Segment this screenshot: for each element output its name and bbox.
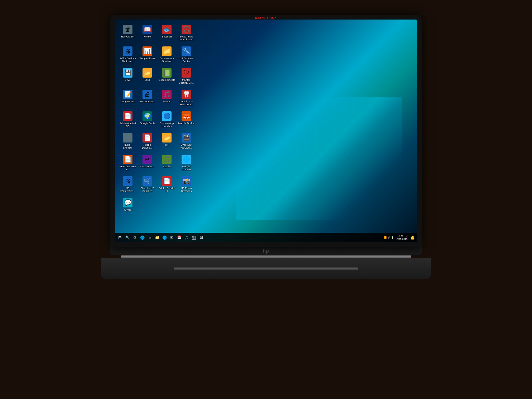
- desktop-icon-add-device[interactable]: 🖨 Add a Device - Photosm...: [119, 45, 137, 66]
- desktop-icon-hp-connect[interactable]: 🖨 HP Connect...: [138, 89, 156, 110]
- taskbar-notification[interactable]: 🔔: [409, 234, 416, 241]
- desktop-icon-hp-solution-center[interactable]: 🔧 HP Solution Center: [177, 45, 195, 66]
- icon-label-itunes: iTunes: [163, 100, 170, 103]
- taskbar-task-view[interactable]: ⧉: [131, 234, 138, 241]
- taskbar-edge[interactable]: 🌐: [139, 234, 146, 241]
- desktop-icon-pdfmate[interactable]: 📄 PDFMate Free P...: [119, 154, 137, 175]
- icon-label-snapfish: Snapfish: [162, 35, 172, 38]
- icon-label-add-device: Add a Device - Photosm...: [119, 57, 136, 63]
- icon-label-skype: Skype: [124, 208, 131, 211]
- desktop-icon-hp-eprinter[interactable]: 🖨 HP ePrinterCen...: [119, 175, 137, 196]
- icon-image-recycle-bin: 🗑: [123, 25, 132, 34]
- icon-label-recycle-bin: Recycle Bin: [121, 35, 134, 38]
- start-button[interactable]: ⊞: [116, 234, 124, 241]
- taskbar-media[interactable]: 🎵: [183, 234, 190, 241]
- desktop-icon-spotify[interactable]: 🎵 Spotify: [158, 154, 176, 175]
- icon-label-hp-photo-creations: HP Photo Creations: [178, 187, 195, 193]
- icon-image-hp-solution-center: 🔧: [182, 46, 191, 56]
- icon-label-google-chrome: Google Chrome: [178, 165, 195, 171]
- desktop-icon-beats-audio[interactable]: 🎧 Beats Audio Control Pan...: [177, 24, 195, 45]
- desktop-wallpaper-glow: [236, 97, 402, 220]
- icon-label-documents-shortcut: Documents - Shortcut: [158, 57, 175, 63]
- desktop-icon-adobe-downlo[interactable]: 📄 Adobe Downlo...: [138, 132, 156, 153]
- desktop-icon-adobe-reader[interactable]: 📄 Adobe Reader XI: [158, 175, 176, 196]
- taskbar-search[interactable]: 🔍: [124, 234, 131, 241]
- icon-image-cyberlink: 🎬: [182, 133, 191, 142]
- desktop-icon-shop-hp[interactable]: 🛒 Shop for HP Supplies: [138, 175, 156, 196]
- icon-image-adobe-downlo: 📄: [142, 133, 152, 142]
- desktop-icon-dental[interactable]: 🦷 Dental - Get Your Dent...: [177, 89, 195, 110]
- icon-label-adobe-acrobat-dc: Adobe Acrobat DC: [119, 122, 136, 128]
- taskbar-calendar[interactable]: 📅: [176, 234, 183, 241]
- sys-network[interactable]: 📶: [384, 236, 387, 239]
- icon-label-adobe-downlo: Adobe Downlo...: [139, 143, 156, 149]
- icon-image-google-docs: 📝: [123, 90, 132, 99]
- desktop-icon-mozilla-firefox[interactable]: 🦊 Mozilla Firefox: [177, 110, 195, 131]
- icon-image-chrome-app-launcher: 🔵: [162, 111, 172, 121]
- icon-label-hp-eprinter: HP ePrinterCen...: [119, 187, 136, 193]
- icon-image-misc: 📂: [142, 68, 152, 78]
- icon-image-dental: 🦷: [182, 90, 191, 99]
- icon-image-pdfmate: 📄: [123, 155, 132, 164]
- taskbar-chrome[interactable]: 🌐: [161, 234, 168, 241]
- desktop-icon-adobe-acrobat-dc[interactable]: 📄 Adobe Acrobat DC: [119, 110, 137, 131]
- sys-battery[interactable]: 🔋: [391, 236, 394, 239]
- desktop-icons-area: 🗑 Recycle Bin 📖 Kindle 🐟 Snapfish 🎧 Beat…: [118, 23, 207, 232]
- icon-label-google-slides: Google Slides: [139, 57, 155, 60]
- desktop-icon-google-slides[interactable]: 📊 Google Slides: [138, 45, 156, 66]
- icon-image-hp-eprinter: 🖨: [123, 176, 132, 186]
- desktop-icon-photosciss[interactable]: ✂ PhotoSciss...: [138, 154, 156, 175]
- icon-image-add-device: 🖨: [123, 46, 132, 56]
- desktop-icon-itunes[interactable]: 🎵 iTunes: [158, 89, 176, 110]
- desktop-icon-skype[interactable]: 💬 Skype: [119, 197, 137, 218]
- desktop-icon-hp-photo-creations[interactable]: 📸 HP Photo Creations: [177, 175, 195, 196]
- desktop-icon-google-chrome[interactable]: 🌐 Google Chrome: [177, 154, 195, 175]
- icon-label-google-earth: Google Earth: [140, 122, 155, 125]
- desktop-icon-misc[interactable]: 📂 Misc: [138, 67, 156, 88]
- icon-image-music-shortcut: 🎵: [123, 133, 132, 142]
- icon-grid: 🗑 Recycle Bin 📖 Kindle 🐟 Snapfish 🎧 Beat…: [118, 23, 207, 219]
- taskbar-mail[interactable]: ✉: [168, 234, 175, 241]
- desktop-icon-documents-shortcut[interactable]: 📁 Documents - Shortcut: [158, 45, 176, 66]
- icon-image-drive: 💾: [123, 68, 132, 78]
- taskbar-photos[interactable]: 🖼: [198, 234, 205, 241]
- icon-image-snapfish: 🐟: [162, 25, 172, 34]
- speaker-bar: [174, 267, 358, 270]
- icon-label-mozilla-firefox: Mozilla Firefox: [178, 122, 194, 125]
- hp-logo: hp: [263, 248, 269, 254]
- icon-label-music-shortcut: Music - Shortcut: [119, 143, 136, 149]
- taskbar-clock[interactable]: 12:45 PM 10/15/2015: [396, 234, 408, 241]
- bottom-bezel: hp: [110, 247, 422, 255]
- icon-label-photosciss: PhotoSciss...: [140, 165, 154, 168]
- icon-image-google-slides: 📊: [142, 46, 152, 56]
- desktop-icon-mcafee[interactable]: 🛡 McAfee Security Sc...: [177, 67, 195, 88]
- desktop-icon-google-earth[interactable]: 🌍 Google Earth: [138, 110, 156, 131]
- taskbar-sys-icons: ⌃ 📶 🔊 🔋: [381, 236, 395, 239]
- taskbar-camera[interactable]: 📷: [191, 234, 197, 241]
- icon-image-spotify: 🎵: [162, 155, 172, 164]
- desktop-icon-google-sheets[interactable]: 📗 Google Sheets: [158, 67, 176, 88]
- icon-image-hp-connect: 🖨: [142, 90, 152, 99]
- taskbar-explorer[interactable]: 📁: [154, 234, 160, 241]
- icon-label-misc: Misc: [145, 78, 150, 81]
- icon-image-shop-hp: 🛒: [142, 176, 152, 186]
- desktop-icon-recycle-bin[interactable]: 🗑 Recycle Bin: [119, 24, 137, 45]
- icon-image-adobe-acrobat-dc: 📄: [123, 111, 132, 121]
- desktop-icon-rct[interactable]: 📂 rct: [158, 132, 176, 153]
- desktop-icon-chrome-app-launcher[interactable]: 🔵 Chrome App Launcher: [158, 110, 176, 131]
- icon-label-dental: Dental - Get Your Dent...: [178, 100, 195, 106]
- desktop-icon-drive[interactable]: 💾 Drive: [119, 67, 137, 88]
- sys-sound[interactable]: 🔊: [387, 236, 390, 239]
- desktop-icon-music-shortcut[interactable]: 🎵 Music - Shortcut: [119, 132, 137, 153]
- desktop-icon-kindle[interactable]: 📖 Kindle: [138, 24, 156, 45]
- icon-label-spotify: Spotify: [163, 165, 170, 168]
- icon-label-hp-connect: HP Connect...: [140, 100, 155, 103]
- desktop-icon-cyberlink[interactable]: 🎬 CyberLink YouCami...: [177, 132, 195, 153]
- taskbar-store[interactable]: 🛍: [146, 234, 153, 241]
- desktop-icon-google-docs[interactable]: 📝 Google Docs: [119, 89, 137, 110]
- sys-chevron[interactable]: ⌃: [381, 236, 383, 239]
- icon-label-adobe-reader: Adobe Reader XI: [158, 187, 175, 193]
- desktop-icon-snapfish[interactable]: 🐟 Snapfish: [158, 24, 176, 45]
- icon-image-google-earth: 🌍: [142, 111, 152, 121]
- icon-image-mcafee: 🛡: [182, 68, 191, 78]
